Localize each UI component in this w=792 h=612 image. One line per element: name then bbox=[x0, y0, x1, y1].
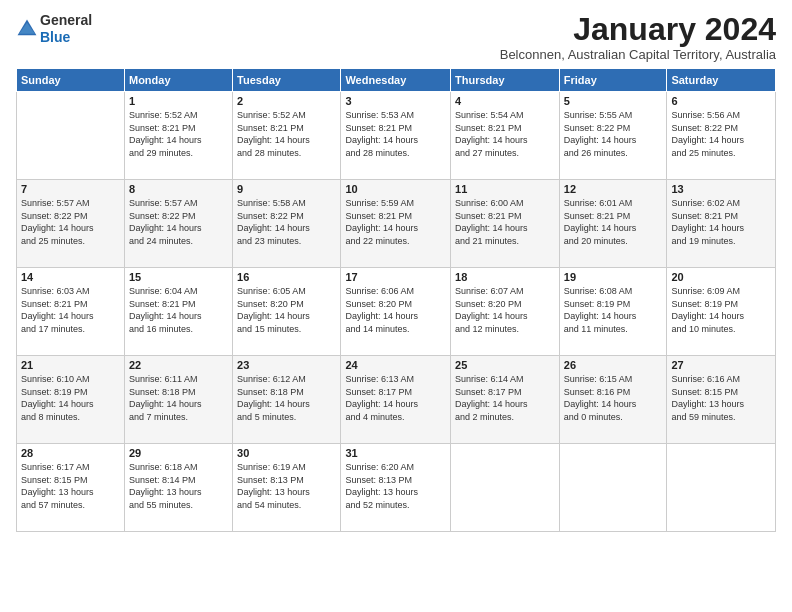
calendar-cell: 24Sunrise: 6:13 AM Sunset: 8:17 PM Dayli… bbox=[341, 356, 451, 444]
weekday-header-wednesday: Wednesday bbox=[341, 69, 451, 92]
day-info: Sunrise: 6:01 AM Sunset: 8:21 PM Dayligh… bbox=[564, 197, 663, 247]
day-number: 28 bbox=[21, 447, 120, 459]
day-info: Sunrise: 5:58 AM Sunset: 8:22 PM Dayligh… bbox=[237, 197, 336, 247]
calendar-cell bbox=[451, 444, 560, 532]
day-number: 9 bbox=[237, 183, 336, 195]
day-number: 4 bbox=[455, 95, 555, 107]
title-block: January 2024 Belconnen, Australian Capit… bbox=[500, 12, 776, 62]
calendar-cell: 13Sunrise: 6:02 AM Sunset: 8:21 PM Dayli… bbox=[667, 180, 776, 268]
day-info: Sunrise: 6:17 AM Sunset: 8:15 PM Dayligh… bbox=[21, 461, 120, 511]
day-number: 13 bbox=[671, 183, 771, 195]
calendar-cell: 31Sunrise: 6:20 AM Sunset: 8:13 PM Dayli… bbox=[341, 444, 451, 532]
calendar-cell: 15Sunrise: 6:04 AM Sunset: 8:21 PM Dayli… bbox=[124, 268, 232, 356]
day-info: Sunrise: 6:05 AM Sunset: 8:20 PM Dayligh… bbox=[237, 285, 336, 335]
day-info: Sunrise: 5:59 AM Sunset: 8:21 PM Dayligh… bbox=[345, 197, 446, 247]
day-info: Sunrise: 5:54 AM Sunset: 8:21 PM Dayligh… bbox=[455, 109, 555, 159]
day-info: Sunrise: 5:57 AM Sunset: 8:22 PM Dayligh… bbox=[129, 197, 228, 247]
day-info: Sunrise: 6:15 AM Sunset: 8:16 PM Dayligh… bbox=[564, 373, 663, 423]
day-number: 5 bbox=[564, 95, 663, 107]
day-number: 17 bbox=[345, 271, 446, 283]
calendar-cell bbox=[667, 444, 776, 532]
day-info: Sunrise: 6:00 AM Sunset: 8:21 PM Dayligh… bbox=[455, 197, 555, 247]
day-info: Sunrise: 6:04 AM Sunset: 8:21 PM Dayligh… bbox=[129, 285, 228, 335]
day-number: 11 bbox=[455, 183, 555, 195]
calendar-cell: 22Sunrise: 6:11 AM Sunset: 8:18 PM Dayli… bbox=[124, 356, 232, 444]
calendar-cell: 12Sunrise: 6:01 AM Sunset: 8:21 PM Dayli… bbox=[559, 180, 667, 268]
calendar-cell: 14Sunrise: 6:03 AM Sunset: 8:21 PM Dayli… bbox=[17, 268, 125, 356]
day-info: Sunrise: 5:55 AM Sunset: 8:22 PM Dayligh… bbox=[564, 109, 663, 159]
day-info: Sunrise: 6:10 AM Sunset: 8:19 PM Dayligh… bbox=[21, 373, 120, 423]
calendar-cell: 16Sunrise: 6:05 AM Sunset: 8:20 PM Dayli… bbox=[233, 268, 341, 356]
weekday-header-sunday: Sunday bbox=[17, 69, 125, 92]
day-number: 30 bbox=[237, 447, 336, 459]
weekday-header-thursday: Thursday bbox=[451, 69, 560, 92]
calendar-cell: 30Sunrise: 6:19 AM Sunset: 8:13 PM Dayli… bbox=[233, 444, 341, 532]
weekday-header-monday: Monday bbox=[124, 69, 232, 92]
day-number: 15 bbox=[129, 271, 228, 283]
logo-icon bbox=[16, 18, 38, 40]
day-number: 3 bbox=[345, 95, 446, 107]
logo-general: General bbox=[40, 12, 92, 29]
logo-blue: Blue bbox=[40, 29, 92, 46]
day-info: Sunrise: 6:19 AM Sunset: 8:13 PM Dayligh… bbox=[237, 461, 336, 511]
calendar-cell: 3Sunrise: 5:53 AM Sunset: 8:21 PM Daylig… bbox=[341, 92, 451, 180]
location-subtitle: Belconnen, Australian Capital Territory,… bbox=[500, 47, 776, 62]
day-number: 18 bbox=[455, 271, 555, 283]
weekday-header-tuesday: Tuesday bbox=[233, 69, 341, 92]
day-number: 31 bbox=[345, 447, 446, 459]
calendar-week-row: 14Sunrise: 6:03 AM Sunset: 8:21 PM Dayli… bbox=[17, 268, 776, 356]
day-number: 23 bbox=[237, 359, 336, 371]
calendar-cell: 18Sunrise: 6:07 AM Sunset: 8:20 PM Dayli… bbox=[451, 268, 560, 356]
day-info: Sunrise: 6:06 AM Sunset: 8:20 PM Dayligh… bbox=[345, 285, 446, 335]
day-info: Sunrise: 6:14 AM Sunset: 8:17 PM Dayligh… bbox=[455, 373, 555, 423]
day-number: 16 bbox=[237, 271, 336, 283]
day-info: Sunrise: 6:07 AM Sunset: 8:20 PM Dayligh… bbox=[455, 285, 555, 335]
calendar-week-row: 21Sunrise: 6:10 AM Sunset: 8:19 PM Dayli… bbox=[17, 356, 776, 444]
day-info: Sunrise: 5:52 AM Sunset: 8:21 PM Dayligh… bbox=[129, 109, 228, 159]
calendar-cell: 25Sunrise: 6:14 AM Sunset: 8:17 PM Dayli… bbox=[451, 356, 560, 444]
day-number: 21 bbox=[21, 359, 120, 371]
day-info: Sunrise: 6:02 AM Sunset: 8:21 PM Dayligh… bbox=[671, 197, 771, 247]
calendar-cell: 9Sunrise: 5:58 AM Sunset: 8:22 PM Daylig… bbox=[233, 180, 341, 268]
day-number: 22 bbox=[129, 359, 228, 371]
calendar-cell: 23Sunrise: 6:12 AM Sunset: 8:18 PM Dayli… bbox=[233, 356, 341, 444]
day-number: 14 bbox=[21, 271, 120, 283]
day-info: Sunrise: 6:09 AM Sunset: 8:19 PM Dayligh… bbox=[671, 285, 771, 335]
day-info: Sunrise: 6:16 AM Sunset: 8:15 PM Dayligh… bbox=[671, 373, 771, 423]
day-number: 6 bbox=[671, 95, 771, 107]
day-number: 26 bbox=[564, 359, 663, 371]
day-number: 25 bbox=[455, 359, 555, 371]
calendar-cell: 27Sunrise: 6:16 AM Sunset: 8:15 PM Dayli… bbox=[667, 356, 776, 444]
day-number: 7 bbox=[21, 183, 120, 195]
weekday-header-saturday: Saturday bbox=[667, 69, 776, 92]
calendar-cell: 6Sunrise: 5:56 AM Sunset: 8:22 PM Daylig… bbox=[667, 92, 776, 180]
day-info: Sunrise: 6:13 AM Sunset: 8:17 PM Dayligh… bbox=[345, 373, 446, 423]
calendar-cell: 10Sunrise: 5:59 AM Sunset: 8:21 PM Dayli… bbox=[341, 180, 451, 268]
calendar-cell: 4Sunrise: 5:54 AM Sunset: 8:21 PM Daylig… bbox=[451, 92, 560, 180]
weekday-header-friday: Friday bbox=[559, 69, 667, 92]
day-info: Sunrise: 5:57 AM Sunset: 8:22 PM Dayligh… bbox=[21, 197, 120, 247]
calendar-cell: 11Sunrise: 6:00 AM Sunset: 8:21 PM Dayli… bbox=[451, 180, 560, 268]
calendar-cell bbox=[559, 444, 667, 532]
page: General Blue January 2024 Belconnen, Aus… bbox=[0, 0, 792, 612]
day-info: Sunrise: 5:56 AM Sunset: 8:22 PM Dayligh… bbox=[671, 109, 771, 159]
calendar-cell: 17Sunrise: 6:06 AM Sunset: 8:20 PM Dayli… bbox=[341, 268, 451, 356]
calendar-week-row: 1Sunrise: 5:52 AM Sunset: 8:21 PM Daylig… bbox=[17, 92, 776, 180]
day-number: 2 bbox=[237, 95, 336, 107]
calendar-cell: 21Sunrise: 6:10 AM Sunset: 8:19 PM Dayli… bbox=[17, 356, 125, 444]
day-info: Sunrise: 5:53 AM Sunset: 8:21 PM Dayligh… bbox=[345, 109, 446, 159]
svg-marker-1 bbox=[19, 23, 35, 34]
calendar-week-row: 7Sunrise: 5:57 AM Sunset: 8:22 PM Daylig… bbox=[17, 180, 776, 268]
month-title: January 2024 bbox=[500, 12, 776, 47]
day-info: Sunrise: 6:03 AM Sunset: 8:21 PM Dayligh… bbox=[21, 285, 120, 335]
calendar-cell bbox=[17, 92, 125, 180]
day-info: Sunrise: 6:08 AM Sunset: 8:19 PM Dayligh… bbox=[564, 285, 663, 335]
logo: General Blue bbox=[16, 12, 92, 46]
calendar-cell: 1Sunrise: 5:52 AM Sunset: 8:21 PM Daylig… bbox=[124, 92, 232, 180]
day-info: Sunrise: 6:20 AM Sunset: 8:13 PM Dayligh… bbox=[345, 461, 446, 511]
day-info: Sunrise: 5:52 AM Sunset: 8:21 PM Dayligh… bbox=[237, 109, 336, 159]
calendar-table: SundayMondayTuesdayWednesdayThursdayFrid… bbox=[16, 68, 776, 532]
calendar-header-row: SundayMondayTuesdayWednesdayThursdayFrid… bbox=[17, 69, 776, 92]
day-number: 8 bbox=[129, 183, 228, 195]
header: General Blue January 2024 Belconnen, Aus… bbox=[16, 12, 776, 62]
